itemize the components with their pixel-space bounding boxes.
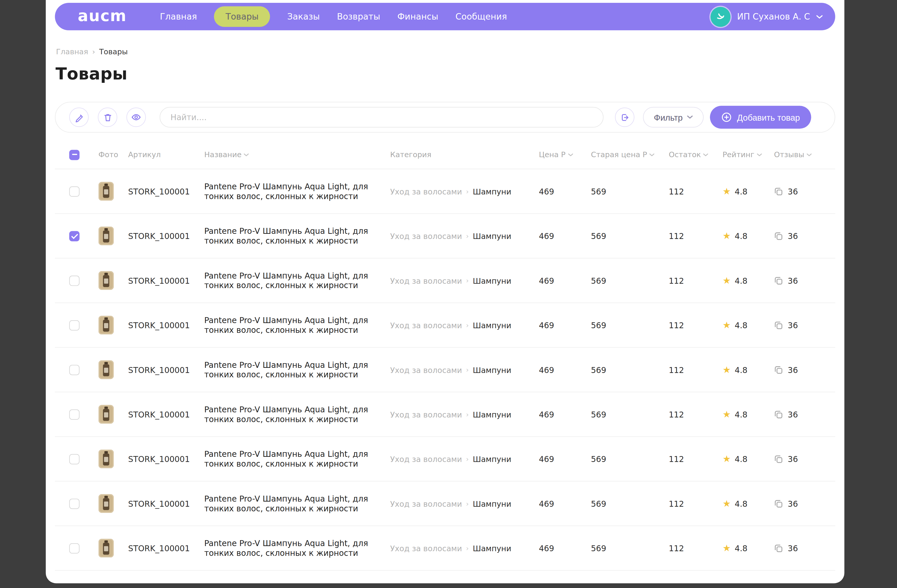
product-photo	[98, 494, 114, 513]
view-button[interactable]	[126, 107, 146, 127]
product-reviews: 36	[774, 321, 835, 330]
row-checkbox[interactable]	[69, 365, 80, 375]
product-name: Pantene Pro-V Шампунь Aqua Light, для то…	[204, 226, 390, 246]
product-price: 469	[539, 410, 591, 419]
sort-icon	[649, 153, 655, 157]
product-category: Уход за волосами › Шампуни	[390, 187, 539, 196]
reviews-icon	[774, 321, 783, 330]
table-row: STORK_100001 Pantene Pro-V Шампунь Aqua …	[55, 481, 835, 526]
nav-item-orders[interactable]: Заказы	[287, 11, 320, 21]
product-article: STORK_100001	[128, 365, 204, 374]
product-old-price: 569	[591, 365, 669, 374]
table-row: STORK_100001 Pantene Pro-V Шампунь Aqua …	[55, 303, 835, 348]
sort-icon	[703, 153, 709, 157]
reviews-count: 36	[788, 187, 798, 196]
row-checkbox[interactable]	[69, 320, 80, 330]
edit-button[interactable]	[69, 107, 89, 127]
add-product-button[interactable]: Добавить товар	[710, 106, 811, 128]
product-price: 469	[539, 365, 591, 374]
product-article: STORK_100001	[128, 454, 204, 463]
category-child: Шампуни	[473, 321, 511, 330]
product-stock: 112	[669, 544, 722, 553]
product-photo	[98, 226, 114, 245]
product-old-price: 569	[591, 231, 669, 240]
toolbar: Фильтр Добавить товар	[55, 102, 835, 133]
product-photo	[98, 539, 114, 557]
category-separator-icon: ›	[466, 276, 469, 284]
nav-item-finance[interactable]: Финансы	[397, 11, 438, 21]
product-reviews: 36	[774, 365, 835, 374]
col-stock[interactable]: Остаток	[669, 150, 722, 159]
product-reviews: 36	[774, 499, 835, 508]
nav-item-products[interactable]: Товары	[214, 6, 270, 27]
product-reviews: 36	[774, 231, 835, 240]
category-child: Шампуни	[473, 187, 511, 196]
row-checkbox[interactable]	[69, 186, 80, 197]
product-photo	[98, 182, 114, 201]
product-rating: ★ 4.8	[722, 187, 774, 196]
top-navbar: aucm Главная Товары Заказы Возвраты Фина…	[55, 3, 835, 31]
col-price[interactable]: Цена Р	[539, 150, 591, 159]
plus-circle-icon	[721, 112, 732, 122]
select-all-checkbox[interactable]	[69, 150, 80, 160]
reviews-icon	[774, 276, 783, 285]
nav-item-returns[interactable]: Возвраты	[337, 11, 380, 21]
product-category: Уход за волосами › Шампуни	[390, 231, 539, 240]
product-rating: ★ 4.8	[722, 276, 774, 285]
category-separator-icon: ›	[466, 187, 469, 195]
product-price: 469	[539, 544, 591, 553]
product-photo	[98, 405, 114, 424]
table-header: Фото Артикул Название Категория Цена Р С…	[55, 141, 835, 169]
sort-icon	[756, 153, 762, 157]
add-product-label: Добавить товар	[737, 112, 800, 122]
product-name: Pantene Pro-V Шампунь Aqua Light, для то…	[204, 360, 390, 380]
product-price: 469	[539, 187, 591, 196]
col-name[interactable]: Название	[204, 150, 390, 159]
row-checkbox[interactable]	[69, 543, 80, 553]
row-checkbox[interactable]	[69, 409, 80, 420]
search-input[interactable]	[159, 107, 603, 128]
product-stock: 112	[669, 499, 722, 508]
product-price: 469	[539, 276, 591, 285]
product-category: Уход за волосами › Шампуни	[390, 365, 539, 374]
delete-button[interactable]	[98, 107, 117, 127]
product-old-price: 569	[591, 321, 669, 330]
row-checkbox[interactable]	[69, 275, 80, 286]
pencil-icon	[74, 112, 84, 122]
product-old-price: 569	[591, 276, 669, 285]
product-name: Pantene Pro-V Шампунь Aqua Light, для то…	[204, 315, 390, 335]
breadcrumb-home[interactable]: Главная	[56, 47, 88, 56]
filter-button[interactable]: Фильтр	[643, 107, 704, 128]
star-icon: ★	[722, 276, 731, 285]
main-content: aucm Главная Товары Заказы Возвраты Фина…	[46, 0, 845, 583]
brand-logo: aucm	[78, 8, 127, 23]
filter-label: Фильтр	[654, 112, 683, 122]
category-separator-icon: ›	[466, 410, 469, 418]
col-category: Категория	[390, 150, 539, 159]
rating-value: 4.8	[735, 276, 747, 285]
product-article: STORK_100001	[128, 410, 204, 419]
row-checkbox[interactable]	[69, 231, 80, 241]
product-name: Pantene Pro-V Шампунь Aqua Light, для то…	[204, 271, 390, 290]
rating-value: 4.8	[735, 187, 747, 196]
col-reviews[interactable]: Отзывы	[774, 150, 835, 159]
nav-item-home[interactable]: Главная	[160, 11, 197, 21]
star-icon: ★	[722, 365, 731, 374]
nav-item-messages[interactable]: Сообщения	[455, 11, 507, 21]
product-price: 469	[539, 454, 591, 463]
product-old-price: 569	[591, 187, 669, 196]
category-separator-icon: ›	[466, 455, 469, 463]
reviews-count: 36	[788, 544, 798, 553]
col-rating[interactable]: Рейтинг	[722, 150, 774, 159]
reviews-icon	[774, 365, 783, 374]
user-menu[interactable]: ИП Суханов А. С	[711, 7, 823, 27]
row-checkbox[interactable]	[69, 498, 80, 509]
viewport: aucm Главная Товары Заказы Возвраты Фина…	[0, 0, 897, 588]
product-article: STORK_100001	[128, 321, 204, 330]
col-old-price[interactable]: Старая цена Р	[591, 150, 669, 159]
row-checkbox[interactable]	[69, 454, 80, 464]
product-reviews: 36	[774, 410, 835, 419]
sort-icon	[568, 153, 573, 157]
export-button[interactable]	[615, 107, 635, 127]
category-parent: Уход за волосами	[390, 276, 462, 285]
